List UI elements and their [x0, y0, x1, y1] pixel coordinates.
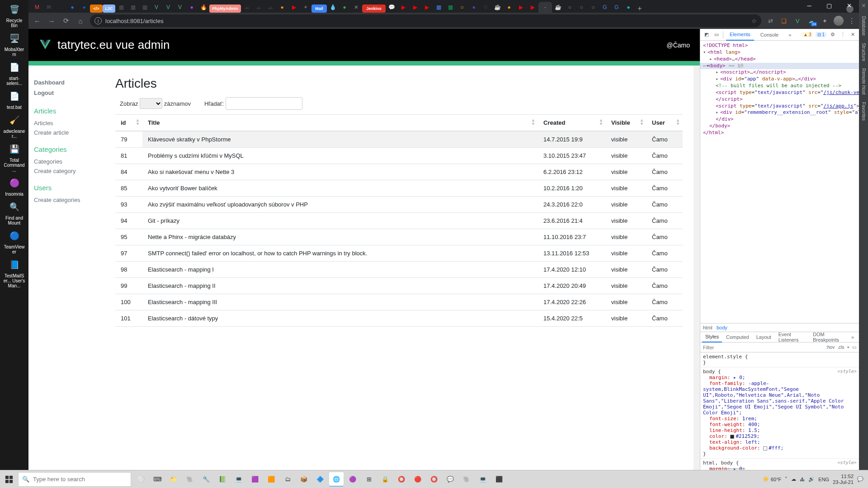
- minimize-icon[interactable]: ─: [799, 0, 819, 11]
- dom-node[interactable]: </script>: [700, 96, 859, 103]
- browser-tab[interactable]: ▦: [433, 2, 444, 13]
- browser-tab[interactable]: ○: [564, 2, 576, 13]
- ext-puzzle-icon[interactable]: ✦: [820, 16, 829, 25]
- browser-tab[interactable]: ☕: [552, 2, 564, 13]
- browser-tab[interactable]: ▦: [139, 2, 151, 13]
- taskbar-app[interactable]: 🐘: [459, 472, 474, 487]
- info-badge[interactable]: ⊟1: [816, 32, 826, 37]
- maximize-icon[interactable]: ▢: [819, 0, 839, 11]
- tab-elements[interactable]: Elements: [726, 29, 754, 41]
- taskbar-app[interactable]: ⌨: [150, 472, 165, 487]
- browser-tab[interactable]: ⚙: [480, 2, 491, 13]
- search-input[interactable]: [226, 97, 302, 110]
- browser-tab[interactable]: L2C: [103, 5, 115, 13]
- browser-tab[interactable]: ·: [538, 2, 552, 13]
- column-header[interactable]: Created▴▾: [538, 115, 606, 131]
- column-header[interactable]: Title▴▾: [142, 115, 538, 131]
- page-length-select[interactable]: [140, 98, 162, 109]
- taskbar-app[interactable]: ⬛: [492, 472, 506, 487]
- browser-tab[interactable]: 💧: [327, 2, 339, 13]
- dom-node[interactable]: </html>: [700, 130, 859, 136]
- dom-node[interactable]: <script type="text/javascript" src="/js/…: [700, 103, 859, 110]
- browser-tab[interactable]: ✕: [350, 2, 362, 13]
- tray-volume-icon[interactable]: 🔊: [808, 476, 815, 482]
- browser-tab[interactable]: ○: [587, 2, 599, 13]
- styles-subtab[interactable]: Computed: [723, 332, 752, 343]
- browser-tab[interactable]: G: [599, 2, 611, 13]
- box-model-icon[interactable]: ▭: [852, 345, 856, 350]
- tray-chevron-icon[interactable]: ˄: [785, 476, 788, 482]
- taskbar-search[interactable]: 🔍 Type here to search: [18, 472, 131, 487]
- desktop-shortcut[interactable]: 🖥️MobaXterm: [4, 31, 25, 57]
- browser-tab[interactable]: ☕: [491, 2, 503, 13]
- desktop-shortcut[interactable]: 📄test.bat: [4, 89, 25, 110]
- sidebar-link[interactable]: Dashboard: [34, 79, 99, 86]
- browser-tab[interactable]: ▦: [127, 2, 139, 13]
- browser-tab[interactable]: ▶: [421, 2, 433, 13]
- browser-tab[interactable]: ⬚: [55, 2, 66, 13]
- cls-toggle[interactable]: .cls: [837, 345, 844, 350]
- taskbar-app[interactable]: 🔧: [199, 472, 213, 487]
- table-row[interactable]: 93Ako zvýšiť maximálnu veľkosť uploadova…: [115, 197, 683, 213]
- dom-node[interactable]: ▸<head>…</head>: [700, 56, 859, 63]
- browser-tab[interactable]: ⛰: [253, 2, 264, 13]
- browser-tab[interactable]: PhpMyAdmin: [209, 5, 241, 13]
- styles-subtab[interactable]: Event Listeners: [775, 332, 809, 343]
- taskbar-app[interactable]: 📦: [297, 472, 311, 487]
- tab-console[interactable]: Console: [757, 29, 782, 41]
- ide-tool-tab[interactable]: Structure: [861, 40, 866, 64]
- table-row[interactable]: 81Problémy s cudzími kľúčmi v MySQL3.10.…: [115, 148, 683, 164]
- dom-node[interactable]: ▸<noscript>…</noscript>: [700, 69, 859, 76]
- weather-widget[interactable]: ☀️ 60°F: [763, 476, 781, 482]
- table-row[interactable]: 100Elasticsearch - mapping III17.4.2020 …: [115, 294, 683, 310]
- dom-node[interactable]: ▸<div id="rememberry__extension__root" s…: [700, 109, 859, 116]
- css-rule[interactable]: element.style {}: [700, 352, 859, 367]
- table-row[interactable]: 101Elasticsearch - dátové typy15.4.2020 …: [115, 310, 683, 327]
- desktop-shortcut[interactable]: 🔵TeamViewer: [4, 228, 25, 254]
- browser-tab[interactable]: ▶: [515, 2, 527, 13]
- taskbar-app[interactable]: 💻: [231, 472, 246, 487]
- new-tab-button[interactable]: +: [634, 5, 645, 13]
- dom-node[interactable]: </div>: [700, 116, 859, 123]
- browser-tab[interactable]: ▶: [527, 2, 538, 13]
- warnings-badge[interactable]: ▲3: [802, 32, 813, 37]
- ide-tool-tab[interactable]: Favorites: [861, 99, 866, 123]
- styles-subtab[interactable]: DOM Breakpoints: [810, 332, 847, 343]
- taskbar-app[interactable]: ⭕: [394, 472, 409, 487]
- sidebar-link[interactable]: Logout: [34, 89, 99, 96]
- desktop-shortcut[interactable]: 🧹adwcleaner...: [4, 113, 25, 139]
- nav-home-icon[interactable]: ⌂: [75, 17, 85, 25]
- css-rule[interactable]: body {<style>margin: ▸ 0;font-family: -a…: [700, 367, 859, 459]
- browser-tab[interactable]: Mail: [311, 5, 327, 13]
- table-row[interactable]: 79Klávesové skratky v PhpStorme14.7.2015…: [115, 131, 683, 148]
- ide-tool-tab[interactable]: Remote Host: [861, 66, 866, 97]
- table-row[interactable]: 99Elasticsearch - mapping II17.4.2020 20…: [115, 278, 683, 294]
- device-toggle-icon[interactable]: ▭: [713, 32, 720, 38]
- ext-icon[interactable]: ☁24: [807, 16, 816, 25]
- browser-tab[interactable]: ●: [503, 2, 515, 13]
- taskbar-app[interactable]: 📗: [215, 472, 230, 487]
- taskbar-app[interactable]: 🟣: [345, 472, 360, 487]
- browser-tab[interactable]: ●: [186, 2, 198, 13]
- taskbar-app[interactable]: 🟧: [264, 472, 278, 487]
- tray-cloud-icon[interactable]: ☁: [791, 476, 796, 482]
- table-row[interactable]: 95Nette a Phinx - migrácie databázy11.10…: [115, 229, 683, 245]
- desktop-shortcut[interactable]: 🗑️Recycle Bin: [4, 2, 25, 28]
- taskbar-app[interactable]: 🔴: [410, 472, 425, 487]
- bookmark-star-icon[interactable]: ☆: [751, 18, 757, 24]
- settings-icon[interactable]: ⚙: [829, 32, 836, 38]
- taskbar-app[interactable]: 💻: [476, 472, 490, 487]
- styles-pane[interactable]: element.style {}body {<style>margin: ▸ 0…: [700, 352, 859, 488]
- browser-tab[interactable]: ▦: [115, 2, 127, 13]
- close-icon[interactable]: ✕: [849, 32, 856, 38]
- browser-tab[interactable]: ●: [66, 2, 78, 13]
- tab-more[interactable]: »: [785, 29, 795, 41]
- styles-subtab[interactable]: Styles: [702, 332, 722, 343]
- browser-tab[interactable]: ✦: [300, 2, 311, 13]
- taskbar-app[interactable]: 🌐: [329, 472, 344, 487]
- taskbar-app[interactable]: 💬: [443, 472, 458, 487]
- browser-tab[interactable]: ●: [339, 2, 350, 13]
- dom-node[interactable]: <!DOCTYPE html>: [700, 42, 859, 49]
- ide-tool-tab[interactable]: Database: [861, 14, 866, 38]
- browser-tab[interactable]: ●: [78, 2, 90, 13]
